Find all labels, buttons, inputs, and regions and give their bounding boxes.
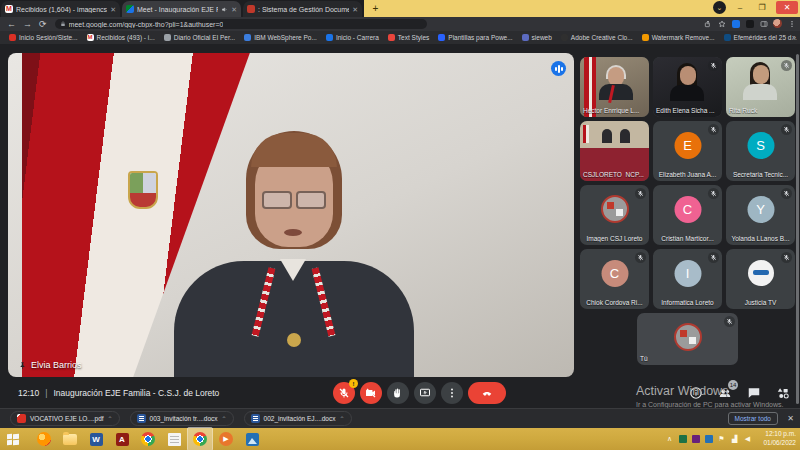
- tab-close-icon[interactable]: ✕: [110, 6, 116, 13]
- bookmarks-bar: Inicio Sesión/Siste...MRecibidos (493) -…: [0, 31, 800, 44]
- bookmark-favicon: [438, 34, 445, 41]
- taskbar-acrobat-icon[interactable]: A: [110, 428, 134, 450]
- bookmarks-overflow-icon[interactable]: »: [792, 34, 796, 41]
- bookmark-item-8[interactable]: sieweb: [522, 34, 552, 41]
- peru-coat-of-arms: [128, 171, 158, 209]
- tray-excel-icon[interactable]: [678, 435, 687, 444]
- side-panel-icon[interactable]: [759, 19, 768, 28]
- participant-tile-11[interactable]: IInformatica Loreto: [653, 249, 722, 309]
- tray-app-blue-icon[interactable]: [704, 435, 713, 444]
- mic-muted-icon: [708, 124, 719, 135]
- tray-onedrive-flag-icon[interactable]: ⚑: [717, 435, 726, 444]
- close-shelf-icon[interactable]: ✕: [787, 414, 794, 423]
- participant-tile-7[interactable]: Imagen CSJ Loreto: [580, 185, 649, 245]
- participant-tile-8[interactable]: CCristian Marticor...: [653, 185, 722, 245]
- download-item-1[interactable]: VOCATIVO EJE LO....pdf⌃: [10, 411, 120, 426]
- tray-app-purple-icon[interactable]: [691, 435, 700, 444]
- tray-volume-icon[interactable]: ◀: [743, 435, 752, 444]
- bookmark-favicon: [724, 34, 731, 41]
- taskbar-photos-icon[interactable]: [240, 428, 264, 450]
- show-all-downloads-button[interactable]: Mostrar todo: [728, 412, 779, 425]
- bookmark-item-10[interactable]: Watermark Remove...: [642, 34, 715, 41]
- participant-tile-9[interactable]: YYolanda LLanos B...: [726, 185, 795, 245]
- participant-tile-4[interactable]: CSJLORETO_NCP...: [580, 121, 649, 181]
- bookmark-item-3[interactable]: Diario Oficial El Per...: [164, 34, 235, 41]
- taskbar-word-icon[interactable]: W: [84, 428, 108, 450]
- meeting-info: 12:10 | Inauguración EJE Familia - C.S.J…: [18, 388, 219, 398]
- forward-icon[interactable]: →: [23, 19, 32, 29]
- mic-muted-icon: [708, 252, 719, 263]
- participant-tile-12[interactable]: Justicia TV: [726, 249, 795, 309]
- bookmark-item-9[interactable]: Adobe Creative Clo...: [561, 34, 633, 41]
- download-menu-chevron-icon[interactable]: ⌃: [222, 415, 227, 422]
- participant-tile-6[interactable]: SSecretaria Tecnic...: [726, 121, 795, 181]
- profile-avatar[interactable]: [773, 19, 782, 28]
- mic-muted-icon: [781, 252, 792, 263]
- share-icon[interactable]: [703, 19, 712, 28]
- close-window-button[interactable]: ✕: [776, 1, 798, 14]
- camera-off-button[interactable]: [360, 382, 382, 404]
- participant-name-label: Yolanda LLanos B...: [726, 235, 795, 242]
- start-button[interactable]: [0, 428, 26, 450]
- restore-button[interactable]: ❐: [754, 1, 770, 14]
- bookmark-item-1[interactable]: Inicio Sesión/Siste...: [9, 34, 78, 41]
- participant-tile-1[interactable]: Hector Enrrique L...: [580, 57, 649, 117]
- taskbar-file-explorer-icon[interactable]: [58, 428, 82, 450]
- mic-off-button[interactable]: !: [333, 382, 355, 404]
- word-file-icon: [251, 414, 260, 423]
- bookmark-favicon: [642, 34, 649, 41]
- scrollbar[interactable]: [796, 54, 799, 404]
- raise-hand-button[interactable]: [387, 382, 409, 404]
- taskbar-firefox-icon[interactable]: [32, 428, 56, 450]
- reload-icon[interactable]: ⟳: [39, 19, 47, 29]
- new-tab-button[interactable]: +: [370, 3, 381, 14]
- participant-name-label: Informatica Loreto: [653, 299, 722, 306]
- download-menu-chevron-icon[interactable]: ⌃: [339, 415, 344, 422]
- self-video-tile[interactable]: Tú: [637, 313, 738, 365]
- minimize-button[interactable]: –: [732, 1, 748, 14]
- download-item-3[interactable]: 002_invitación EJ....docx⌃: [244, 411, 352, 426]
- participant-tile-10[interactable]: CChiok Cordova Ri...: [580, 249, 649, 309]
- tab-close-icon[interactable]: ✕: [352, 6, 358, 13]
- bookmark-item-11[interactable]: Efemérides del 25 d...: [724, 34, 797, 41]
- download-item-2[interactable]: 003_invitación tr....docx⌃: [130, 411, 234, 426]
- bookmark-item-6[interactable]: Text Styles: [388, 34, 429, 41]
- bookmark-item-5[interactable]: Inicio - Carrera: [326, 34, 379, 41]
- main-video-tile[interactable]: Elvia Barrios: [8, 53, 574, 377]
- bookmark-item-7[interactable]: Plantillas para Powe...: [438, 34, 512, 41]
- tray-chevron-up-icon[interactable]: ∧: [665, 435, 674, 444]
- end-call-button[interactable]: [468, 382, 506, 404]
- taskbar-clock[interactable]: 12:10 p.m. 01/06/2022: [763, 430, 796, 447]
- bookmark-item-2[interactable]: MRecibidos (493) - i...: [87, 34, 155, 41]
- bookmark-star-icon[interactable]: [717, 19, 726, 28]
- present-screen-button[interactable]: [414, 382, 436, 404]
- taskbar-sticky-notes-icon[interactable]: [162, 428, 186, 450]
- participant-tile-2[interactable]: Edith Elena Sicha ...: [653, 57, 722, 117]
- participant-name-label: CSJLORETO_NCP...: [580, 171, 649, 178]
- browser-tab-2[interactable]: Meet - Inauguración EJE Fam✕: [122, 1, 241, 17]
- pin-icon: [18, 361, 27, 370]
- tab-audio-icon[interactable]: [221, 6, 228, 13]
- taskbar-media-player-icon[interactable]: ▶: [214, 428, 238, 450]
- tab-close-icon[interactable]: ✕: [231, 6, 237, 13]
- address-bar[interactable]: meet.google.com/gqy-cbpx-tho?pli=1&authu…: [55, 19, 427, 29]
- taskbar-chrome-icon[interactable]: [136, 428, 160, 450]
- meeting-time: 12:10: [18, 388, 39, 398]
- extension-dark-icon[interactable]: [745, 19, 754, 28]
- tray-network-icon[interactable]: ▟: [730, 435, 739, 444]
- participant-tile-3[interactable]: Rita Ruck: [726, 57, 795, 117]
- bookmark-item-4[interactable]: IBM WebSphere Po...: [244, 34, 317, 41]
- browser-tab-1[interactable]: MRecibidos (1,604) - imagencsjlor✕: [1, 1, 120, 17]
- participant-avatar: C: [601, 260, 628, 287]
- taskbar-chrome-icon[interactable]: [188, 428, 212, 450]
- participant-name-label: Elizabeth Juana A...: [653, 171, 722, 178]
- menu-kebab-icon[interactable]: [787, 19, 796, 28]
- browser-tab-3[interactable]: : Sistema de Gestión Document✕: [243, 1, 362, 17]
- profile-chevron-icon[interactable]: ⌄: [713, 1, 726, 14]
- back-icon[interactable]: ←: [7, 19, 16, 29]
- self-avatar: [674, 323, 702, 351]
- more-options-button[interactable]: [441, 382, 463, 404]
- extension-blue-icon[interactable]: [731, 19, 740, 28]
- participant-tile-5[interactable]: EElizabeth Juana A...: [653, 121, 722, 181]
- download-menu-chevron-icon[interactable]: ⌃: [108, 415, 113, 422]
